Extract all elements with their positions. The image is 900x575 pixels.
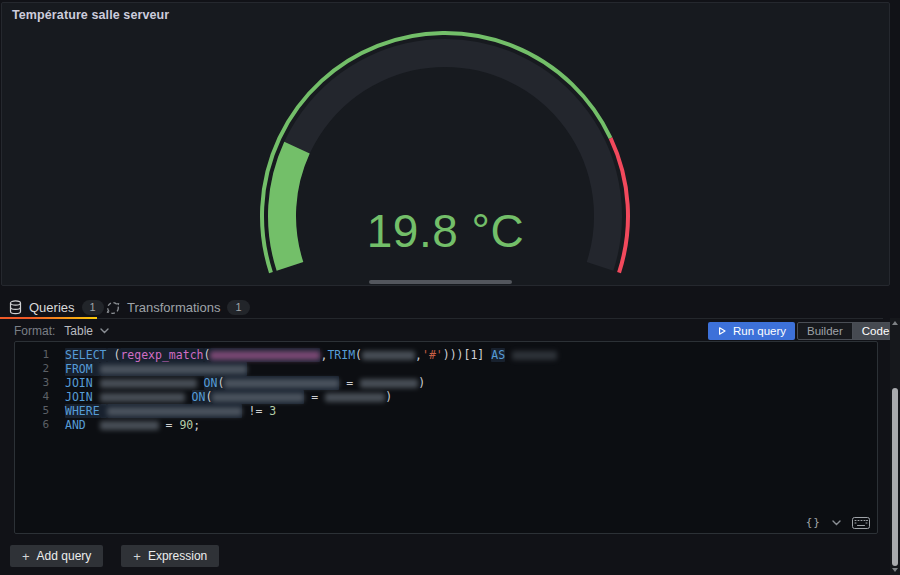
- format-label: Format:: [14, 324, 55, 338]
- sql-token: ON: [192, 390, 206, 404]
- chevron-down-icon[interactable]: [832, 520, 841, 526]
- sql-token: ON: [204, 376, 218, 390]
- sql-token: [100, 404, 107, 418]
- sql-token: WHERE: [65, 404, 100, 418]
- sql-token: SELECT: [65, 348, 107, 362]
- expression-button[interactable]: + Expression: [121, 545, 219, 567]
- chevron-down-icon: [100, 328, 109, 334]
- sql-token: =: [339, 376, 360, 390]
- redacted-text: [212, 393, 304, 402]
- line-number: 4: [15, 390, 49, 404]
- sql-token: (: [355, 348, 362, 362]
- sql-token: JOIN: [65, 390, 93, 404]
- sql-token: [185, 390, 192, 404]
- sql-token: (: [217, 376, 224, 390]
- sql-token: 90: [179, 418, 193, 432]
- sql-token: AS: [491, 348, 505, 362]
- keyboard-icon[interactable]: [852, 517, 870, 529]
- format-select[interactable]: Table: [64, 324, 109, 338]
- tab-transformations-label: Transformations: [127, 300, 220, 315]
- query-toolbar: Format: Table Run query Builder Code: [0, 321, 883, 341]
- page-scrollbar-vertical[interactable]: [890, 318, 900, 575]
- sql-token: ): [418, 376, 425, 390]
- run-query-button[interactable]: Run query: [708, 322, 795, 340]
- code-line: 4JOIN ON( = ): [15, 390, 877, 404]
- line-number: 5: [15, 404, 49, 418]
- sql-token: (: [107, 348, 121, 362]
- panel-title: Température salle serveur: [12, 8, 169, 22]
- builder-segment[interactable]: Builder: [798, 323, 852, 339]
- gauge-value: 19.8 °C: [2, 204, 889, 258]
- code-line: 5WHERE != 3: [15, 404, 877, 418]
- sql-token: (: [204, 348, 211, 362]
- sql-token: [93, 390, 100, 404]
- transform-icon: [106, 301, 120, 315]
- redacted-text: [100, 393, 185, 402]
- sql-token: (: [205, 390, 212, 404]
- line-number: 3: [15, 376, 49, 390]
- redacted-text: [325, 393, 385, 402]
- scroll-down-arrow-icon[interactable]: [892, 568, 898, 572]
- sql-token: [505, 348, 512, 362]
- scrollbar-thumb[interactable]: [892, 388, 898, 566]
- redacted-text: [360, 379, 418, 388]
- braces-icon[interactable]: {}: [806, 516, 821, 529]
- sql-token: AND: [65, 418, 86, 432]
- sql-token: '#': [422, 348, 443, 362]
- add-query-button[interactable]: + Add query: [10, 545, 103, 567]
- sql-token: =: [159, 418, 180, 432]
- sql-token: 3: [269, 404, 276, 418]
- database-icon: [9, 300, 22, 315]
- code-line: 6AND = 90;: [15, 418, 877, 432]
- tab-transformations-count: 1: [227, 300, 249, 315]
- active-tab-underline: [0, 317, 97, 319]
- editor-footer: {}: [806, 516, 870, 529]
- redacted-text: [100, 421, 159, 430]
- sql-token: =: [304, 390, 325, 404]
- sql-token: JOIN: [65, 376, 93, 390]
- sql-token: )))[1]: [443, 348, 491, 362]
- sql-token: [86, 418, 100, 432]
- sql-token: !=: [242, 404, 270, 418]
- add-query-label: Add query: [37, 549, 92, 563]
- sql-token: ,: [415, 348, 422, 362]
- line-number: 2: [15, 362, 49, 376]
- play-icon: [717, 326, 727, 336]
- line-number: 1: [15, 348, 49, 362]
- tab-transformations[interactable]: Transformations 1: [106, 296, 250, 319]
- plus-icon: +: [22, 549, 30, 564]
- sql-token: [93, 376, 100, 390]
- plus-icon: +: [133, 549, 141, 564]
- query-actions: + Add query + Expression: [10, 545, 219, 567]
- sql-token: regexp_match: [120, 348, 203, 362]
- code-line: 2FROM: [15, 362, 877, 376]
- panel-scrollbar-horizontal[interactable]: [369, 280, 512, 284]
- run-query-label: Run query: [733, 325, 786, 337]
- tab-queries[interactable]: Queries 1: [9, 296, 104, 319]
- redacted-text: [210, 351, 320, 360]
- format-group: Format: Table: [14, 324, 109, 338]
- sql-token: ;: [193, 418, 200, 432]
- format-value: Table: [64, 324, 93, 338]
- tab-queries-count: 1: [82, 300, 104, 315]
- redacted-text: [362, 351, 415, 360]
- sql-token: FROM: [65, 362, 93, 376]
- sql-code[interactable]: 1SELECT (regexp_match(,TRIM(,'#')))[1] A…: [15, 342, 877, 432]
- redacted-text: [100, 379, 197, 388]
- grafana-panel-editor: Température salle serveur 19.8 °C Querie…: [0, 0, 900, 575]
- code-line: 3JOIN ON( = ): [15, 376, 877, 390]
- redacted-text: [224, 379, 339, 388]
- redacted-text: [512, 351, 557, 360]
- query-editor-tabbar: Queries 1 Transformations 1: [0, 296, 883, 319]
- tab-queries-label: Queries: [29, 300, 75, 315]
- scroll-up-arrow-icon[interactable]: [892, 321, 898, 325]
- sql-token: ): [385, 390, 392, 404]
- builder-code-toggle: Builder Code: [797, 322, 899, 340]
- redacted-text: [107, 407, 242, 416]
- sql-token: [93, 362, 100, 376]
- sql-editor[interactable]: 1SELECT (regexp_match(,TRIM(,'#')))[1] A…: [14, 341, 878, 534]
- code-line: 1SELECT (regexp_match(,TRIM(,'#')))[1] A…: [15, 348, 877, 362]
- line-number: 6: [15, 418, 49, 432]
- sql-token: TRIM: [327, 348, 355, 362]
- gauge-panel: Température salle serveur 19.8 °C: [1, 2, 890, 286]
